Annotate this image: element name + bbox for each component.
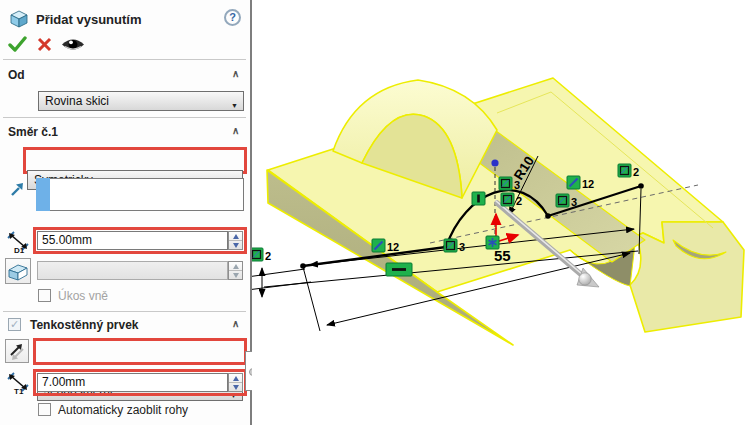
relation-badge-square[interactable]: 2 [252, 248, 271, 262]
spinner-down-icon [233, 243, 239, 248]
draft-field-row [37, 261, 243, 280]
depth-field-row: 55.00mm [37, 231, 243, 250]
svg-text:T1: T1 [14, 387, 24, 395]
direction-reference-box[interactable] [36, 178, 244, 211]
graphics-area[interactable]: 3233122122 55 R10 [252, 0, 750, 425]
chevron-up-icon[interactable]: ∧ [232, 318, 239, 329]
reverse-direction-button[interactable] [5, 339, 29, 363]
relation-badge-vbar[interactable] [472, 192, 485, 205]
cancel-button[interactable] [37, 37, 52, 56]
relation-badge-count: 3 [459, 241, 465, 253]
ok-button[interactable] [8, 35, 27, 57]
draft-outward-label: Úkos vně [58, 289, 108, 303]
thickness-field-row: 7.00mm [37, 373, 243, 392]
thickness-spinner[interactable] [228, 373, 243, 392]
depth-d1-icon: D1 [5, 230, 33, 258]
relation-badge-square[interactable]: 3 [556, 194, 577, 208]
svg-text:D1: D1 [14, 246, 25, 254]
relation-badge-count: 2 [633, 166, 639, 178]
relation-badge-count: 2 [516, 195, 522, 207]
reverse-arrows-icon [6, 340, 28, 362]
divider [3, 311, 246, 312]
direction-reference-list[interactable] [50, 178, 244, 211]
thickness-t1-icon: T1 [5, 371, 33, 399]
x-icon [39, 39, 50, 50]
auto-fillet-checkbox[interactable] [38, 403, 51, 416]
group-header-thin[interactable]: Tenkostěnný prvek [30, 318, 138, 332]
help-icon[interactable]: ? [224, 9, 241, 26]
draft-outward-checkbox[interactable] [38, 289, 51, 302]
property-manager-panel: Přidat vysunutím ? Od ∧ Rovina skici ▼ S… [0, 0, 250, 425]
group-header-direction1[interactable]: Směr č.1 [8, 125, 58, 139]
from-dropdown[interactable]: Rovina skici ▼ [38, 91, 244, 111]
spinner-up-icon [233, 376, 239, 381]
direction-reference-icon [9, 181, 26, 202]
sketch-point[interactable] [638, 183, 644, 189]
chevron-down-icon: ▼ [231, 98, 238, 113]
depth-spinner[interactable] [228, 231, 243, 250]
sketch-point[interactable] [300, 263, 306, 269]
model-face-front-right[interactable] [630, 222, 744, 332]
thickness-input[interactable]: 7.00mm [37, 373, 228, 392]
eye-icon [62, 40, 84, 50]
chevron-up-icon[interactable]: ∧ [232, 125, 239, 136]
sketch-point[interactable] [545, 213, 551, 219]
divider [3, 59, 246, 60]
extension-line-diagonal [303, 267, 320, 331]
relation-badge-count: 12 [387, 241, 399, 253]
preview-button[interactable] [61, 37, 85, 56]
spinner-down-icon [233, 385, 239, 390]
extension-line-left-2 [252, 282, 311, 290]
boss-extrude-icon [8, 8, 30, 34]
relation-badge-square[interactable]: 2 [618, 164, 639, 178]
relation-badge-count: 12 [582, 178, 594, 190]
draft-icon [6, 259, 30, 283]
extension-line-left-1 [252, 269, 305, 277]
depth-input[interactable]: 55.00mm [37, 231, 228, 250]
sketch-vertex-point[interactable] [491, 159, 498, 166]
relation-badge-square[interactable]: 3 [444, 239, 465, 253]
relation-badge-count: 2 [265, 250, 271, 262]
tutorial-highlight-thin-type [33, 338, 247, 365]
relation-badge-count: 3 [571, 196, 577, 208]
draft-toggle-button[interactable] [5, 258, 31, 284]
relation-badge-square[interactable]: 2 [501, 193, 522, 207]
relation-badge-hbar[interactable] [386, 263, 412, 276]
thin-feature-checkbox[interactable]: ✓ [8, 318, 21, 331]
spinner-up-icon [233, 234, 239, 239]
draft-spinner [228, 261, 243, 280]
chevron-up-icon[interactable]: ∧ [232, 68, 239, 79]
draft-input [37, 261, 228, 280]
selection-active-strip [36, 178, 50, 211]
group-header-from[interactable]: Od [8, 68, 25, 82]
page-title: Přidat vysunutím [36, 12, 141, 27]
from-dropdown-value: Rovina skici [45, 94, 109, 108]
divider [3, 117, 246, 118]
auto-fillet-label: Automaticky zaoblit rohy [58, 403, 188, 417]
dimension-text-length[interactable]: 55 [494, 247, 511, 264]
check-icon [10, 38, 25, 50]
